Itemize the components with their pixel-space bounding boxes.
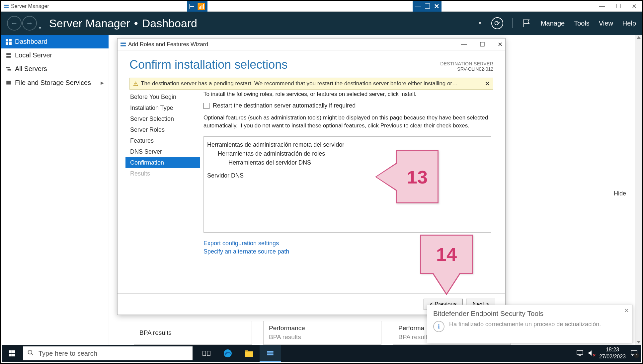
clock-time: 18:23 [599,346,626,353]
step-confirmation[interactable]: Confirmation [125,157,200,168]
svg-rect-3 [9,39,12,41]
wizard-steps: Before You Begin Installation Type Serve… [125,90,200,293]
svg-rect-14 [12,350,15,353]
scrollbar[interactable] [635,35,642,345]
info-icon: i [433,321,444,332]
svg-rect-20 [207,351,210,356]
wizard-minimize-button[interactable]: — [461,41,467,48]
menu-manage[interactable]: Manage [541,20,565,27]
svg-rect-7 [6,56,11,58]
toast-notification[interactable]: ✕ Bitdefender Endpoint Security Tools i … [427,305,633,343]
taskbar-server-manager-icon[interactable] [260,345,281,362]
sidebar-item-local-server[interactable]: Local Server [1,48,109,62]
tray-display-icon[interactable] [577,350,583,357]
sidebar-item-dashboard[interactable]: Dashboard [1,35,109,48]
svg-rect-19 [203,351,206,356]
chevron-right-icon: ▸ [101,79,104,87]
secondary-minimize-button[interactable]: — [415,3,421,10]
wizard-close-button[interactable]: ✕ [498,41,503,48]
tray-clock[interactable]: 18:23 27/02/2023 [599,346,626,360]
task-view-button[interactable] [196,345,217,362]
step-before-you-begin[interactable]: Before You Begin [125,92,200,103]
step-installation-type[interactable]: Installation Type [125,103,200,113]
header-dropdown-icon[interactable]: ▼ [478,21,482,26]
wizard-maximize-button[interactable]: ☐ [480,41,485,48]
toast-close-button[interactable]: ✕ [624,307,629,314]
svg-rect-0 [4,5,9,6]
wizard-icon [120,41,126,47]
breadcrumb-separator-icon: • [134,17,138,30]
taskbar-search[interactable]: Type here to search [23,346,193,360]
refresh-button[interactable]: ⟳ [491,17,503,29]
svg-rect-11 [121,42,126,44]
start-button[interactable] [2,345,22,362]
step-results: Results [125,168,200,179]
sidebar-item-all-servers[interactable]: All Servers [1,62,109,76]
menu-tools[interactable]: Tools [574,20,590,27]
sidebar-item-label: Local Server [15,51,52,59]
outer-maximize-button[interactable]: ☐ [616,3,621,10]
tray-volume-icon[interactable]: ✕ [588,350,595,357]
taskbar-edge-icon[interactable] [217,345,238,362]
menu-view[interactable]: View [599,20,613,27]
header-crumb: Dashboard [142,17,197,30]
tile-performance[interactable]: Performance BPA results [263,321,381,345]
selection-item: Herramientas de administración de roles [207,150,488,157]
outer-close-button[interactable]: ✕ [632,3,637,10]
divider [513,18,513,28]
tile-line: BPA results [139,329,246,336]
svg-rect-16 [12,354,15,356]
sidebar-item-file-storage[interactable]: File and Storage Services ▸ [1,76,109,90]
pin-icon: ⊢ [189,2,195,10]
svg-rect-6 [6,53,11,55]
svg-line-18 [32,353,33,355]
destination-label: DESTINATION SERVER [440,61,493,66]
svg-rect-4 [6,42,8,45]
secondary-title-strip: ⊢ 📶 [187,1,207,12]
secondary-restore-button[interactable]: ❐ [425,2,431,10]
step-dns-server[interactable]: DNS Server [125,146,200,157]
tile-line: Performance [269,325,376,332]
servers-icon [6,66,12,72]
svg-rect-13 [9,350,12,353]
wizard-titlebar: Add Roles and Features Wizard — ☐ ✕ [118,38,505,50]
app-titlebar: Server Manager — ☐ ✕ [1,1,642,12]
warning-text: The destination server has a pending res… [141,80,458,87]
secondary-window-controls: — ❐ ✕ [413,1,442,12]
restart-checkbox[interactable] [203,103,209,109]
svg-rect-12 [121,45,126,46]
annotation-number: 13 [407,166,428,188]
svg-rect-22 [245,351,253,357]
step-server-selection[interactable]: Server Selection [125,113,200,124]
svg-rect-15 [9,354,12,356]
header-app-name: Server Manager [49,17,130,30]
destination-server: SRV-OLIN02-012 [440,66,493,72]
warning-close-button[interactable]: ✕ [485,80,490,87]
optional-note: Optional features (such as administratio… [203,114,491,130]
nav-dropdown-icon[interactable]: ▾ [39,25,41,31]
svg-rect-2 [6,39,8,41]
outer-minimize-button[interactable]: — [599,3,605,10]
svg-rect-10 [6,81,11,84]
toast-body: Ha finalizado correctamente un proceso d… [449,321,601,328]
tile-bpa[interactable]: BPA results [134,321,252,345]
step-features[interactable]: Features [125,135,200,146]
taskbar: Type here to search ✕ 18:23 27/02/2023 4 [2,345,641,362]
app-title: Server Manager [11,3,49,9]
signal-icon: 📶 [197,2,205,10]
notifications-flag-icon[interactable] [522,19,531,28]
step-server-roles[interactable]: Server Roles [125,124,200,135]
annotation-callout-14: 14 [420,235,473,274]
selection-item: Herramientas del servidor DNS [207,159,488,166]
taskbar-explorer-icon[interactable] [238,345,260,362]
svg-rect-23 [245,350,248,352]
menu-help[interactable]: Help [622,20,636,27]
hide-link[interactable]: Hide [614,190,626,197]
tile-line: BPA results [269,333,376,341]
nav-forward-button[interactable]: → [22,16,37,31]
tray-notifications-icon[interactable]: 4 [630,350,638,357]
annotation-callout-13: 13 [396,150,439,203]
svg-rect-26 [577,350,583,354]
secondary-close-button[interactable]: ✕ [434,2,440,10]
nav-back-button[interactable]: ← [7,16,22,31]
